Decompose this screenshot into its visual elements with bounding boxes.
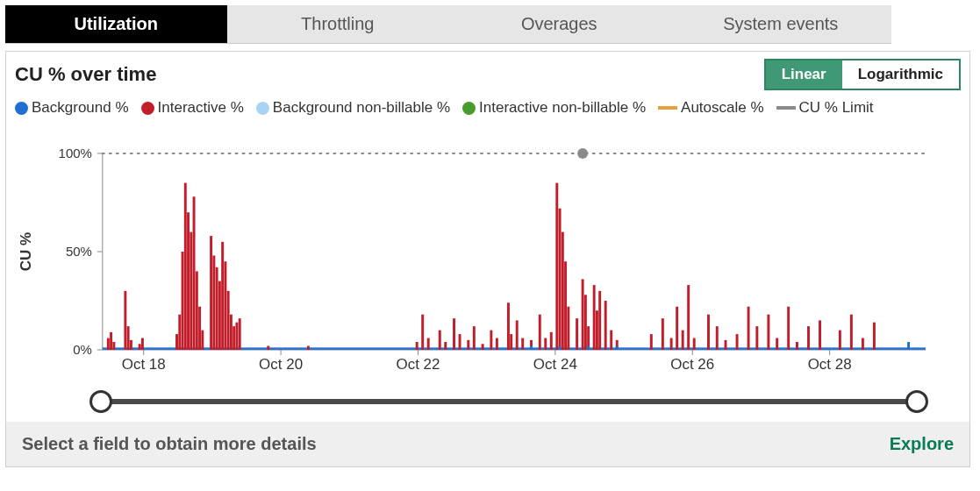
svg-rect-40 — [198, 307, 201, 350]
svg-rect-59 — [444, 342, 447, 350]
chart-area[interactable]: CU %0%50%100%Oct 18Oct 20Oct 22Oct 24Oct… — [6, 118, 969, 381]
svg-rect-34 — [182, 252, 184, 350]
tab-utilization[interactable]: Utilization — [5, 5, 227, 43]
time-range-slider[interactable] — [101, 381, 917, 422]
svg-rect-99 — [725, 340, 727, 350]
svg-rect-90 — [650, 334, 653, 350]
svg-rect-76 — [559, 209, 562, 350]
svg-rect-107 — [807, 326, 810, 350]
svg-rect-80 — [576, 318, 578, 350]
svg-rect-102 — [755, 326, 758, 350]
legend-item-cu-limit[interactable]: CU % Limit — [776, 99, 874, 117]
svg-text:100%: 100% — [59, 146, 92, 160]
svg-rect-116 — [616, 346, 619, 350]
svg-rect-67 — [507, 302, 510, 350]
svg-text:0%: 0% — [73, 342, 92, 357]
svg-rect-61 — [459, 334, 461, 350]
tab-overages[interactable]: Overages — [448, 5, 670, 43]
scale-toggle: Linear Logarithmic — [764, 59, 961, 90]
svg-rect-95 — [687, 285, 690, 350]
legend-item-interactive[interactable]: Interactive % — [141, 99, 244, 117]
svg-rect-114 — [559, 346, 562, 350]
svg-rect-104 — [776, 338, 778, 350]
svg-rect-48 — [227, 291, 230, 350]
svg-rect-57 — [427, 338, 430, 350]
svg-rect-105 — [787, 307, 790, 350]
svg-rect-117 — [907, 342, 910, 350]
svg-rect-47 — [224, 261, 226, 350]
svg-rect-30 — [139, 344, 141, 350]
svg-rect-75 — [555, 183, 558, 350]
svg-rect-94 — [682, 331, 684, 350]
svg-rect-113 — [530, 346, 533, 350]
legend-item-background[interactable]: Background % — [15, 99, 129, 117]
svg-rect-84 — [593, 285, 596, 350]
explore-button[interactable]: Explore — [890, 434, 954, 454]
svg-rect-91 — [662, 318, 664, 350]
svg-rect-101 — [748, 307, 750, 350]
legend-item-autoscale[interactable]: Autoscale % — [658, 99, 764, 117]
scale-linear-button[interactable]: Linear — [766, 60, 842, 89]
dot-icon — [462, 102, 476, 115]
svg-rect-86 — [598, 291, 601, 350]
svg-rect-27 — [124, 291, 126, 350]
svg-rect-81 — [582, 279, 584, 350]
svg-rect-33 — [178, 315, 181, 350]
svg-rect-35 — [184, 183, 187, 350]
svg-rect-45 — [218, 281, 221, 350]
svg-text:Oct 22: Oct 22 — [397, 356, 440, 373]
svg-rect-25 — [110, 332, 112, 350]
svg-point-9 — [577, 148, 588, 159]
svg-rect-96 — [693, 338, 696, 350]
svg-rect-28 — [127, 326, 130, 350]
svg-rect-62 — [467, 340, 469, 350]
svg-rect-56 — [421, 315, 424, 350]
tab-system-events[interactable]: System events — [670, 5, 892, 43]
svg-rect-66 — [496, 338, 498, 350]
svg-rect-26 — [112, 342, 115, 350]
svg-rect-70 — [521, 338, 524, 350]
svg-rect-58 — [439, 331, 441, 350]
svg-rect-55 — [416, 342, 418, 350]
svg-rect-79 — [567, 307, 569, 350]
svg-rect-31 — [141, 338, 144, 350]
svg-text:CU %: CU % — [18, 232, 34, 271]
svg-rect-50 — [232, 326, 235, 350]
svg-rect-53 — [267, 346, 269, 350]
svg-rect-44 — [216, 267, 218, 350]
chart-title: CU % over time — [15, 63, 156, 86]
svg-rect-115 — [587, 346, 590, 350]
svg-rect-87 — [604, 301, 607, 350]
svg-rect-63 — [473, 326, 476, 350]
svg-rect-64 — [482, 344, 484, 350]
svg-rect-42 — [210, 236, 212, 350]
legend-item-interactive-nonbillable[interactable]: Interactive non-billable % — [462, 99, 646, 117]
svg-text:50%: 50% — [66, 244, 92, 259]
svg-text:Oct 18: Oct 18 — [122, 356, 166, 373]
svg-rect-29 — [130, 340, 132, 350]
svg-rect-37 — [190, 232, 192, 350]
scale-logarithmic-button[interactable]: Logarithmic — [842, 60, 959, 89]
svg-rect-108 — [819, 320, 821, 350]
svg-rect-82 — [584, 295, 587, 350]
tab-throttling[interactable]: Throttling — [227, 5, 449, 43]
svg-rect-103 — [767, 315, 769, 350]
svg-rect-88 — [610, 331, 612, 350]
svg-rect-39 — [196, 271, 198, 350]
svg-rect-69 — [516, 320, 519, 350]
svg-rect-52 — [239, 318, 241, 350]
dot-icon — [15, 102, 28, 115]
chart-legend: Background % Interactive % Background no… — [6, 94, 969, 118]
svg-rect-54 — [307, 346, 310, 350]
legend-item-background-nonbillable[interactable]: Background non-billable % — [256, 99, 450, 117]
slider-handle-end[interactable] — [905, 390, 928, 413]
panel-footer: Select a field to obtain more details Ex… — [6, 422, 969, 466]
svg-text:Oct 20: Oct 20 — [259, 356, 303, 373]
svg-rect-41 — [201, 331, 204, 350]
chart-svg: CU %0%50%100%Oct 18Oct 20Oct 22Oct 24Oct… — [15, 118, 961, 381]
svg-rect-106 — [796, 342, 798, 350]
slider-handle-start[interactable] — [89, 390, 112, 413]
svg-rect-72 — [539, 315, 541, 350]
dot-icon — [256, 102, 269, 115]
svg-rect-85 — [596, 310, 598, 350]
